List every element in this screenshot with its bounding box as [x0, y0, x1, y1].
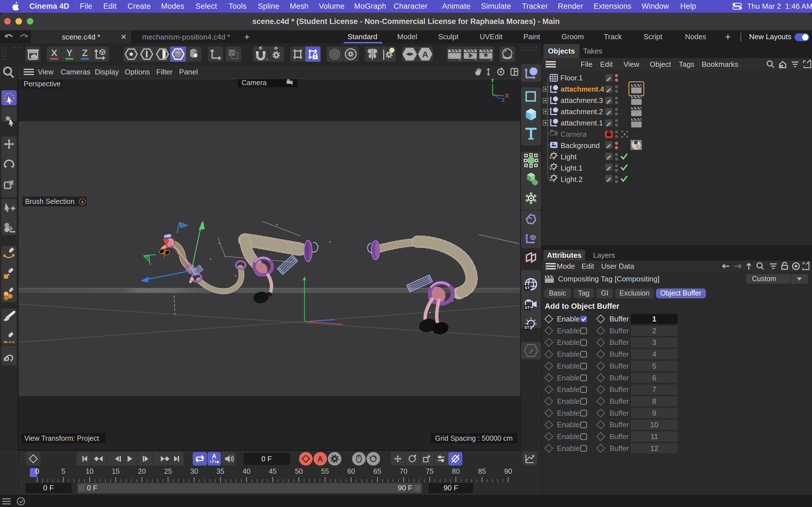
svg-text:X: X: [51, 47, 58, 58]
svg-text:ST: ST: [525, 286, 530, 290]
svg-text:Perspective: Perspective: [24, 80, 61, 88]
svg-text:60: 60: [347, 467, 355, 475]
svg-text:Enable: Enable: [557, 350, 580, 358]
svg-text:Buffer: Buffer: [609, 362, 629, 370]
svg-text:90 F: 90 F: [398, 484, 413, 492]
svg-text:Buffer: Buffer: [609, 338, 629, 347]
svg-text:10: 10: [650, 420, 658, 429]
svg-text:0 F: 0 F: [87, 484, 98, 492]
svg-text:0 F: 0 F: [43, 484, 54, 492]
svg-text:8: 8: [652, 397, 656, 405]
svg-text:85: 85: [478, 467, 486, 475]
svg-text:9: 9: [652, 409, 656, 417]
svg-text:Enable: Enable: [557, 397, 580, 405]
svg-text:55: 55: [321, 467, 329, 475]
svg-text:3: 3: [652, 338, 656, 347]
svg-text:2: 2: [652, 327, 656, 335]
svg-text:30: 30: [190, 467, 198, 475]
svg-text:Enable: Enable: [557, 327, 580, 335]
svg-text:0: 0: [35, 467, 39, 475]
svg-text:40: 40: [242, 467, 251, 475]
svg-text:Buffer: Buffer: [609, 420, 629, 429]
svg-text:A: A: [212, 453, 216, 460]
svg-text:Enable: Enable: [557, 444, 580, 453]
svg-text:Light.1: Light.1: [560, 164, 583, 172]
svg-text:View Transform: Project: View Transform: Project: [24, 434, 99, 442]
svg-text:attachment.3: attachment.3: [560, 96, 603, 105]
svg-text:Enable: Enable: [557, 432, 580, 441]
svg-text:25: 25: [164, 467, 172, 475]
svg-text:Background: Background: [560, 141, 600, 150]
svg-text:45: 45: [269, 467, 277, 475]
svg-text:Buffer: Buffer: [609, 315, 629, 323]
svg-text:Buffer: Buffer: [609, 397, 629, 405]
svg-text:ST: ST: [550, 157, 553, 160]
svg-text:ST: ST: [550, 134, 553, 137]
svg-text:A: A: [422, 50, 428, 59]
svg-text:Custom: Custom: [752, 275, 776, 283]
svg-text:Buffer: Buffer: [609, 432, 629, 441]
svg-text:Exclusion: Exclusion: [619, 289, 650, 297]
svg-text:ST: ST: [524, 325, 529, 330]
svg-text:Buffer: Buffer: [609, 374, 629, 382]
svg-text:35: 35: [216, 467, 224, 475]
svg-text:Compositing Tag [Compositing]: Compositing Tag [Compositing]: [558, 275, 659, 283]
svg-text:GI: GI: [601, 289, 608, 297]
svg-text:0 F: 0 F: [261, 455, 272, 463]
svg-text:15: 15: [112, 467, 120, 475]
svg-text:attachment.1: attachment.1: [560, 119, 603, 127]
svg-text:Object Buffer: Object Buffer: [660, 289, 701, 297]
svg-text:Y: Y: [66, 47, 73, 58]
svg-text:65: 65: [374, 467, 381, 475]
svg-text:Enable: Enable: [557, 420, 580, 429]
svg-text:Buffer: Buffer: [609, 327, 629, 335]
svg-text:Add to Object Buffer: Add to Object Buffer: [545, 302, 619, 311]
svg-text:attachment.4: attachment.4: [560, 85, 604, 93]
svg-text:1: 1: [652, 315, 656, 323]
svg-text:7: 7: [652, 385, 656, 394]
svg-text:90 F: 90 F: [443, 484, 458, 492]
svg-text:80: 80: [452, 467, 460, 475]
svg-text:Y: Y: [490, 78, 495, 84]
svg-text:Grid Spacing : 50000 cm: Grid Spacing : 50000 cm: [435, 434, 512, 442]
svg-text:Enable: Enable: [557, 374, 580, 382]
svg-text:90: 90: [504, 467, 512, 475]
svg-text:Camera: Camera: [560, 130, 587, 138]
svg-text:Enable: Enable: [557, 338, 580, 347]
svg-text:20: 20: [138, 467, 146, 475]
svg-text:11: 11: [651, 432, 658, 441]
svg-text:Enable: Enable: [557, 362, 580, 370]
svg-text:Light.2: Light.2: [560, 175, 583, 183]
svg-text:50: 50: [295, 467, 303, 475]
svg-text:5: 5: [61, 467, 65, 475]
svg-text:Tag: Tag: [578, 289, 589, 297]
svg-text:A: A: [317, 455, 323, 463]
svg-text:5: 5: [652, 362, 656, 370]
svg-text:Floor.1: Floor.1: [560, 73, 583, 82]
svg-text:12: 12: [650, 444, 658, 453]
svg-text:Enable: Enable: [557, 409, 580, 417]
svg-text:X: X: [505, 93, 509, 99]
svg-text:10: 10: [86, 467, 94, 475]
svg-text:Buffer: Buffer: [609, 350, 629, 358]
svg-text:Z: Z: [502, 97, 505, 103]
svg-text:70: 70: [399, 467, 408, 475]
svg-text:75: 75: [426, 467, 434, 475]
svg-text:Enable: Enable: [557, 385, 580, 394]
svg-text:Buffer: Buffer: [609, 385, 629, 394]
svg-text:Camera: Camera: [241, 79, 267, 87]
svg-text:attachment.2: attachment.2: [560, 107, 603, 116]
svg-text:Enable: Enable: [557, 315, 580, 323]
svg-text:ST: ST: [525, 305, 530, 310]
svg-text:Brush Selection: Brush Selection: [25, 198, 74, 205]
svg-text:6: 6: [652, 374, 656, 382]
svg-text:Buffer: Buffer: [609, 409, 629, 417]
svg-text:4: 4: [652, 350, 656, 358]
svg-text:Z: Z: [82, 47, 88, 58]
svg-text:Light: Light: [560, 153, 577, 161]
svg-text:Buffer: Buffer: [609, 444, 629, 453]
svg-text:Basic: Basic: [549, 289, 566, 297]
